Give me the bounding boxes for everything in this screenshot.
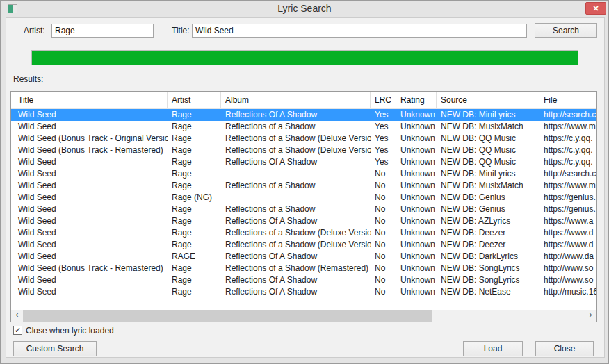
- cell-album: Reflections of a Shadow: [221, 121, 371, 133]
- cell-file: http://www.da: [539, 251, 596, 263]
- column-header-rating[interactable]: Rating: [396, 92, 437, 108]
- load-button[interactable]: Load: [463, 341, 523, 356]
- cell-artist: Rage: [168, 144, 221, 156]
- cell-artist: Rage: [168, 286, 221, 298]
- cell-lrc: No: [371, 263, 396, 274]
- cell-lrc: Yes: [371, 133, 396, 144]
- column-header-album[interactable]: Album: [221, 92, 371, 108]
- cell-source: NEW DB: QQ Music: [437, 144, 539, 156]
- result-row[interactable]: Wild SeedRAGEReflections Of A ShadowNoUn…: [11, 251, 596, 263]
- result-row[interactable]: Wild SeedRageReflections Of A ShadowYesU…: [11, 156, 596, 168]
- cell-rating: Unknown: [396, 239, 437, 251]
- cell-artist: Rage: [168, 180, 221, 192]
- cell-title: Wild Seed: [11, 121, 168, 133]
- progress-fill: [32, 51, 578, 65]
- cell-rating: Unknown: [396, 251, 437, 263]
- cell-title: Wild Seed: [11, 227, 168, 239]
- cell-album: [221, 168, 371, 180]
- cell-album: [221, 192, 371, 204]
- cell-title: Wild Seed: [11, 239, 168, 251]
- artist-input[interactable]: [51, 24, 154, 38]
- result-row[interactable]: Wild Seed (Bonus Track - Remastered)Rage…: [11, 263, 596, 274]
- search-progress-bar: [31, 50, 578, 65]
- result-row[interactable]: Wild SeedRage (NG)NoUnknownNEW DB: Geniu…: [11, 192, 596, 204]
- cell-album: Reflections Of A Shadow: [221, 215, 371, 227]
- results-table-body: Wild SeedRageReflections Of A ShadowYesU…: [11, 109, 596, 310]
- cell-title: Wild Seed: [11, 168, 168, 180]
- cell-file: https://genius.: [539, 204, 596, 215]
- search-button[interactable]: Search: [535, 23, 597, 38]
- cell-rating: Unknown: [396, 133, 437, 144]
- scroll-left-icon[interactable]: ‹: [11, 310, 23, 322]
- scrollbar-thumb[interactable]: [23, 310, 432, 322]
- cell-artist: RAGE: [168, 251, 221, 263]
- cell-source: NEW DB: DarkLyrics: [437, 251, 539, 263]
- cell-file: https://www.d: [539, 227, 596, 239]
- cell-source: NEW DB: Genius: [437, 192, 539, 204]
- cell-rating: Unknown: [396, 109, 437, 121]
- column-header-title[interactable]: Title: [11, 92, 168, 108]
- cell-lrc: No: [371, 168, 396, 180]
- window-close-icon[interactable]: ✕: [585, 2, 606, 15]
- result-row[interactable]: Wild SeedRageReflections of a ShadowNoUn…: [11, 204, 596, 215]
- result-row[interactable]: Wild SeedRageReflections Of A ShadowNoUn…: [11, 286, 596, 298]
- cell-artist: Rage: [168, 156, 221, 168]
- cell-lrc: Yes: [371, 109, 396, 121]
- cell-file: https://www.m: [539, 121, 596, 133]
- cell-file: https://c.y.qq.: [539, 144, 596, 156]
- cell-album: Reflections Of A Shadow: [221, 274, 371, 286]
- cell-artist: Rage: [168, 133, 221, 144]
- cell-artist: Rage (NG): [168, 192, 221, 204]
- title-input[interactable]: [192, 24, 527, 38]
- cell-album: Reflections of a Shadow: [221, 180, 371, 192]
- result-row[interactable]: Wild Seed (Bonus Track - Remastered)Rage…: [11, 144, 596, 156]
- close-button[interactable]: Close: [535, 341, 594, 356]
- cell-source: NEW DB: MusixMatch: [437, 121, 539, 133]
- column-header-file[interactable]: File: [539, 92, 596, 108]
- cell-file: http://www.so: [539, 274, 596, 286]
- cell-artist: Rage: [168, 168, 221, 180]
- result-row[interactable]: Wild SeedRageReflections of a ShadowYesU…: [11, 121, 596, 133]
- cell-source: NEW DB: SongLyrics: [437, 274, 539, 286]
- cell-album: Reflections Of A Shadow: [221, 109, 371, 121]
- column-header-source[interactable]: Source: [437, 92, 539, 108]
- column-header-artist[interactable]: Artist: [168, 92, 221, 108]
- cell-lrc: Yes: [371, 156, 396, 168]
- cell-artist: Rage: [168, 204, 221, 215]
- result-row[interactable]: Wild SeedRageNoUnknownNEW DB: MiniLyrics…: [11, 168, 596, 180]
- title-bar: Lyric Search ✕: [1, 1, 608, 16]
- cell-source: NEW DB: Deezer: [437, 227, 539, 239]
- cell-lrc: No: [371, 180, 396, 192]
- scrollbar-track[interactable]: [23, 310, 585, 322]
- custom-search-button[interactable]: Custom Search: [13, 341, 97, 356]
- close-when-loaded-checkbox[interactable]: ✓: [13, 326, 22, 335]
- cell-file: http://music.16: [539, 286, 596, 298]
- scroll-right-icon[interactable]: ›: [585, 310, 596, 322]
- cell-title: Wild Seed: [11, 156, 168, 168]
- cell-rating: Unknown: [396, 215, 437, 227]
- cell-rating: Unknown: [396, 263, 437, 274]
- result-row[interactable]: Wild SeedRageReflections of a ShadowNoUn…: [11, 180, 596, 192]
- cell-lrc: No: [371, 251, 396, 263]
- close-when-loaded-label[interactable]: Close when lyric loaded: [26, 324, 114, 338]
- result-row[interactable]: Wild SeedRageReflections Of A ShadowYesU…: [11, 109, 596, 121]
- results-table-header: Title Artist Album LRC Rating Source Fil…: [11, 92, 596, 109]
- result-row[interactable]: Wild Seed (Bonus Track - Original Versio…: [11, 133, 596, 144]
- cell-rating: Unknown: [396, 168, 437, 180]
- cell-title: Wild Seed (Bonus Track - Original Versio…: [11, 133, 168, 144]
- title-label: Title:: [172, 24, 190, 38]
- cell-source: NEW DB: AZLyrics: [437, 215, 539, 227]
- cell-source: NEW DB: MiniLyrics: [437, 168, 539, 180]
- column-header-lrc[interactable]: LRC: [371, 92, 396, 108]
- result-row[interactable]: Wild SeedRageReflections Of A ShadowNoUn…: [11, 274, 596, 286]
- cell-title: Wild Seed: [11, 286, 168, 298]
- result-row[interactable]: Wild SeedRageReflections of a Shadow (De…: [11, 227, 596, 239]
- checkmark-icon: ✓: [15, 326, 21, 334]
- artist-label: Artist:: [24, 24, 45, 38]
- cell-lrc: Yes: [371, 144, 396, 156]
- cell-album: Reflections of a Shadow (Deluxe Version): [221, 144, 371, 156]
- result-row[interactable]: Wild SeedRageReflections of a Shadow (De…: [11, 239, 596, 251]
- cell-file: https://www.m: [539, 180, 596, 192]
- horizontal-scrollbar[interactable]: ‹ ›: [11, 310, 596, 322]
- result-row[interactable]: Wild SeedRageReflections Of A ShadowNoUn…: [11, 215, 596, 227]
